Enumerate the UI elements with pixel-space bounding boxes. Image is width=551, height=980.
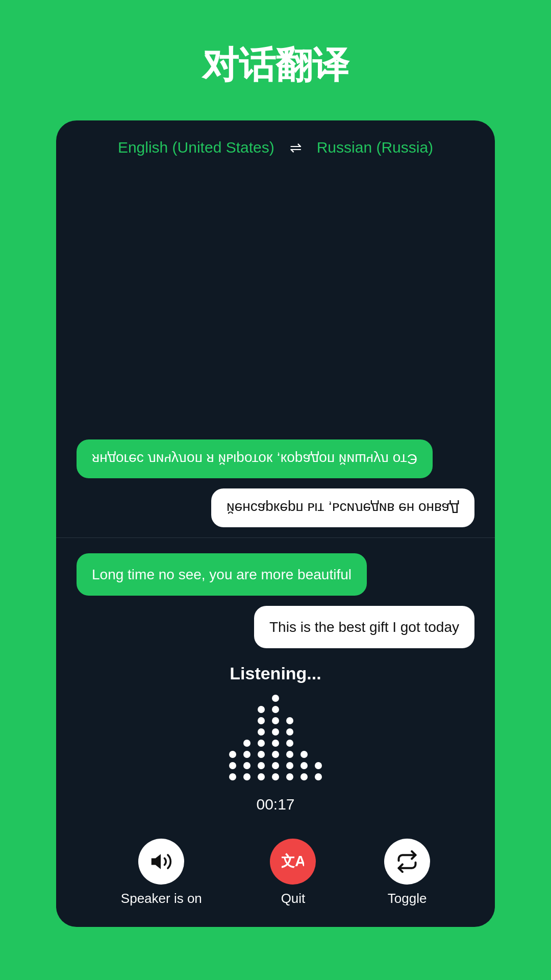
dot [258, 717, 265, 724]
dot [258, 728, 265, 736]
dot [272, 706, 279, 713]
speaker-button[interactable] [138, 839, 184, 885]
bottom-controls: Speaker is on 文A Quit Toggle [56, 828, 495, 927]
toggle-button[interactable] [384, 839, 430, 885]
speaker-label: Speaker is on [121, 891, 202, 906]
language-header: English (United States) ⇌ Russian (Russi… [56, 120, 495, 170]
listening-area: Listening... [56, 648, 495, 828]
dot [272, 728, 279, 736]
main-card: English (United States) ⇌ Russian (Russi… [56, 120, 495, 927]
dot [300, 773, 308, 780]
dot [300, 762, 308, 769]
dot [243, 762, 251, 769]
dot [286, 762, 293, 769]
messages-top: Это лучший подарок, который я получил се… [56, 170, 495, 527]
translate-icon: 文A [282, 850, 304, 873]
dot [243, 773, 251, 780]
wave-col-3 [258, 706, 265, 780]
dot [272, 740, 279, 747]
dot [243, 740, 251, 747]
dot [258, 751, 265, 758]
messages-bottom: Long time no see, you are more beautiful… [56, 548, 495, 648]
dot [272, 717, 279, 724]
wave-col-5 [286, 717, 293, 780]
dot [286, 740, 293, 747]
svg-text:文A: 文A [282, 852, 304, 869]
quit-control: 文A Quit [270, 839, 316, 906]
wave-col-1 [229, 751, 236, 780]
toggle-icon [396, 850, 418, 873]
divider [56, 537, 495, 538]
dot [258, 762, 265, 769]
dot [229, 762, 236, 769]
dot [272, 751, 279, 758]
dot [229, 773, 236, 780]
dot [258, 740, 265, 747]
dot [272, 695, 279, 702]
dot [286, 773, 293, 780]
svg-marker-0 [152, 855, 161, 868]
toggle-label: Toggle [388, 891, 427, 906]
dot [300, 751, 308, 758]
dot [315, 762, 322, 769]
message-bubble-white: This is the best gift I got today [254, 606, 474, 648]
dot [272, 773, 279, 780]
wave-col-4 [272, 695, 279, 780]
dot [258, 773, 265, 780]
speaker-control: Speaker is on [121, 839, 202, 906]
app-title: 对话翻译 [202, 41, 349, 90]
message-text-white-flipped: Давно не виделись, ты прекрасней [227, 500, 459, 516]
toggle-control: Toggle [384, 839, 430, 906]
dot [286, 751, 293, 758]
message-bubble-green-flipped: Это лучший подарок, который я получил се… [77, 439, 433, 478]
speaker-icon [150, 850, 172, 873]
quit-button[interactable]: 文A [270, 839, 316, 885]
message-text-green-flipped: Это лучший подарок, который я получил се… [92, 451, 417, 467]
quit-label: Quit [281, 891, 306, 906]
lang-left[interactable]: English (United States) [118, 139, 274, 156]
wave-col-6 [300, 751, 308, 780]
message-text-green: Long time no see, you are more beautiful [92, 567, 352, 582]
swap-icon[interactable]: ⇌ [290, 139, 302, 156]
message-bubble-green: Long time no see, you are more beautiful [77, 553, 367, 596]
wave-col-7 [315, 762, 322, 780]
wave-col-2 [243, 740, 251, 780]
dot [229, 751, 236, 758]
waveform [229, 699, 322, 780]
dot [286, 717, 293, 724]
lang-right[interactable]: Russian (Russia) [317, 139, 433, 156]
dot [258, 706, 265, 713]
message-bubble-white-flipped: Давно не виделись, ты прекрасней [211, 488, 474, 527]
dot [315, 773, 322, 780]
timer: 00:17 [256, 796, 294, 813]
dot [286, 728, 293, 736]
listening-status: Listening... [230, 664, 321, 683]
dot [243, 751, 251, 758]
message-text-white: This is the best gift I got today [269, 619, 459, 635]
dot [272, 762, 279, 769]
